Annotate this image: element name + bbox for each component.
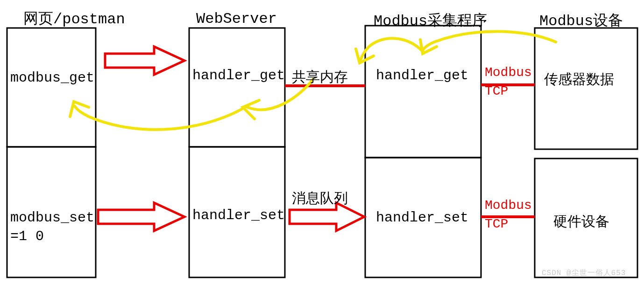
cell-modbus-set: modbus_set: [10, 210, 94, 226]
cell-modbus-set-arg: =1 0: [10, 228, 44, 244]
cell-modbus-get: modbus_get: [10, 70, 94, 86]
watermark: CSDN @尘世一俗人653: [542, 268, 626, 278]
label-tcp-top: TCP: [485, 84, 508, 98]
header-col3: Modbus采集程序: [374, 10, 487, 31]
box-col2-top: [189, 28, 285, 147]
arrow-icon: [98, 203, 184, 231]
label-msg-queue: 消息队列: [292, 189, 348, 208]
arrow-icon: [105, 47, 184, 75]
cell-hardware: 硬件设备: [553, 212, 609, 231]
cell-handler-get-mb: handler_get: [376, 68, 468, 83]
cell-handler-set-ws: handler_set: [192, 207, 285, 223]
header-col1: 网页/postman: [23, 8, 125, 29]
header-col2: WebServer: [196, 10, 277, 28]
box-col1-top: [7, 28, 96, 147]
cell-handler-get-ws: handler_get: [192, 68, 285, 83]
label-shared-mem: 共享内存: [292, 68, 348, 87]
cell-handler-set-mb: handler_set: [376, 210, 468, 226]
label-tcp-bot: TCP: [485, 217, 508, 231]
cell-sensor-data: 传感器数据: [544, 70, 614, 89]
label-modbus-bot: Modbus: [485, 198, 532, 213]
header-col4: Modbus设备: [539, 10, 623, 31]
label-modbus-top: Modbus: [485, 65, 532, 80]
box-col3-top: [365, 26, 481, 158]
diagram-canvas: [0, 0, 644, 283]
